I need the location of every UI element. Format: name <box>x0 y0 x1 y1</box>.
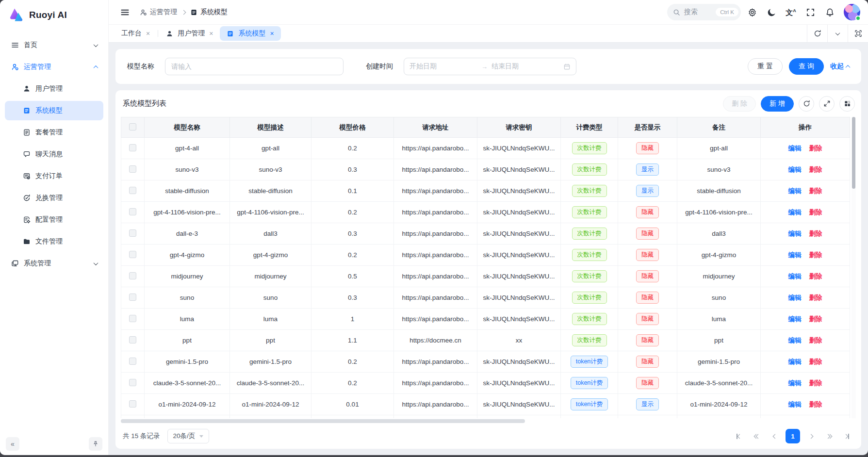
delete-link[interactable]: 删除 <box>809 337 822 344</box>
tab-0[interactable]: 工作台× <box>115 26 157 41</box>
page-size-select[interactable]: 20条/页 <box>167 429 210 443</box>
row-checkbox[interactable] <box>129 379 136 386</box>
last-page-button[interactable] <box>839 429 854 443</box>
tab-menu-button[interactable] <box>827 25 848 42</box>
sidebar-item-0[interactable]: 首页 <box>5 35 103 55</box>
row-checkbox[interactable] <box>129 336 136 343</box>
delete-link[interactable]: 删除 <box>809 273 822 280</box>
edit-link[interactable]: 编辑 <box>788 166 802 173</box>
refresh-table-button[interactable] <box>799 96 814 112</box>
column-header-4[interactable]: 请求密钥 <box>477 117 561 138</box>
delete-selected-button[interactable]: 删 除 <box>723 96 756 112</box>
vertical-scrollbar-thumb[interactable] <box>852 117 855 189</box>
model-name-input[interactable] <box>165 58 344 75</box>
next-page-button[interactable] <box>803 429 818 443</box>
column-settings-button[interactable] <box>839 96 855 112</box>
delete-link[interactable]: 删除 <box>809 230 822 237</box>
select-all-checkbox[interactable] <box>129 123 136 131</box>
sidebar-item-7[interactable]: 兑换管理 <box>5 188 103 208</box>
edit-link[interactable]: 编辑 <box>788 273 802 280</box>
sidebar-item-9[interactable]: 文件管理 <box>5 232 103 251</box>
delete-link[interactable]: 删除 <box>809 145 822 152</box>
edit-link[interactable]: 编辑 <box>788 251 802 259</box>
menu-toggle-button[interactable] <box>116 4 133 20</box>
horizontal-scrollbar[interactable] <box>121 419 856 424</box>
global-search-input[interactable]: 搜索 Ctrl K <box>667 4 741 20</box>
expand-table-button[interactable] <box>819 96 835 112</box>
add-button[interactable]: 新 增 <box>761 96 794 112</box>
fullscreen-button[interactable] <box>802 4 819 20</box>
edit-link[interactable]: 编辑 <box>788 187 802 195</box>
row-checkbox[interactable] <box>129 229 136 237</box>
close-icon[interactable]: × <box>209 30 213 37</box>
edit-link[interactable]: 编辑 <box>788 145 802 152</box>
delete-link[interactable]: 删除 <box>809 379 822 387</box>
column-header-5[interactable]: 计费类型 <box>561 117 618 138</box>
column-header-2[interactable]: 模型价格 <box>311 117 394 138</box>
tab-1[interactable]: 用户管理× <box>159 26 220 41</box>
vertical-scrollbar[interactable] <box>852 117 856 418</box>
edit-link[interactable]: 编辑 <box>788 379 802 387</box>
sidebar-pin-button[interactable] <box>89 437 102 451</box>
user-avatar[interactable] <box>844 4 860 20</box>
prev-10-pages-button[interactable] <box>750 429 764 443</box>
close-icon[interactable]: × <box>146 30 150 37</box>
row-checkbox[interactable] <box>129 294 136 301</box>
edit-link[interactable]: 编辑 <box>788 230 802 237</box>
content-fullscreen-button[interactable] <box>848 25 868 42</box>
row-checkbox[interactable] <box>129 165 136 173</box>
edit-link[interactable]: 编辑 <box>788 209 802 216</box>
column-header-1[interactable]: 模型描述 <box>230 117 311 138</box>
delete-link[interactable]: 删除 <box>809 358 822 365</box>
search-button[interactable]: 查 询 <box>789 58 824 75</box>
delete-link[interactable]: 删除 <box>809 315 822 323</box>
horizontal-scrollbar-thumb[interactable] <box>121 419 525 423</box>
column-header-6[interactable]: 是否显示 <box>618 117 677 138</box>
delete-link[interactable]: 删除 <box>809 251 822 259</box>
column-header-7[interactable]: 备注 <box>677 117 761 138</box>
delete-link[interactable]: 删除 <box>809 209 822 216</box>
sidebar-item-6[interactable]: 支付订单 <box>5 166 103 186</box>
row-checkbox[interactable] <box>129 358 136 365</box>
sidebar-item-10[interactable]: 系统管理 <box>5 254 103 273</box>
prev-page-button[interactable] <box>768 429 782 443</box>
delete-link[interactable]: 删除 <box>809 166 822 173</box>
settings-button[interactable] <box>744 4 760 20</box>
row-checkbox[interactable] <box>129 400 136 408</box>
row-checkbox[interactable] <box>129 187 136 194</box>
date-range-input[interactable]: 开始日期 → 结束日期 <box>404 58 576 75</box>
language-button[interactable]: 文A <box>783 4 799 20</box>
sidebar-item-2[interactable]: 用户管理 <box>5 79 103 98</box>
close-icon[interactable]: × <box>270 30 274 37</box>
edit-link[interactable]: 编辑 <box>788 294 802 301</box>
sidebar-item-3[interactable]: 系统模型 <box>5 101 103 120</box>
collapse-filter-link[interactable]: 收起 <box>830 62 850 71</box>
row-checkbox[interactable] <box>129 208 136 215</box>
page-1-button[interactable]: 1 <box>786 429 800 443</box>
row-checkbox[interactable] <box>129 144 136 151</box>
sidebar-item-1[interactable]: 运营管理 <box>5 57 103 77</box>
column-header-0[interactable]: 模型名称 <box>145 117 230 138</box>
notifications-button[interactable] <box>821 4 838 20</box>
edit-link[interactable]: 编辑 <box>788 337 802 344</box>
row-checkbox[interactable] <box>129 272 136 279</box>
column-header-8[interactable]: 操作 <box>761 117 850 138</box>
edit-link[interactable]: 编辑 <box>788 315 802 323</box>
sidebar-item-5[interactable]: 聊天消息 <box>5 145 103 164</box>
delete-link[interactable]: 删除 <box>809 401 822 408</box>
edit-link[interactable]: 编辑 <box>788 358 802 365</box>
row-checkbox[interactable] <box>129 315 136 322</box>
row-checkbox[interactable] <box>129 251 136 258</box>
sidebar-item-4[interactable]: 套餐管理 <box>5 123 103 142</box>
sidebar-item-8[interactable]: 配置管理 <box>5 210 103 229</box>
refresh-page-button[interactable] <box>807 25 827 42</box>
breadcrumb-item-operation[interactable]: 运营管理 <box>140 8 177 16</box>
breadcrumb-item-model[interactable]: 系统模型 <box>190 8 228 16</box>
app-logo[interactable]: Ruoyi AI <box>0 0 108 30</box>
theme-toggle-button[interactable] <box>763 4 780 20</box>
delete-link[interactable]: 删除 <box>809 294 822 301</box>
first-page-button[interactable] <box>732 429 746 443</box>
delete-link[interactable]: 删除 <box>809 187 822 195</box>
next-10-pages-button[interactable] <box>821 429 836 443</box>
edit-link[interactable]: 编辑 <box>788 401 802 408</box>
